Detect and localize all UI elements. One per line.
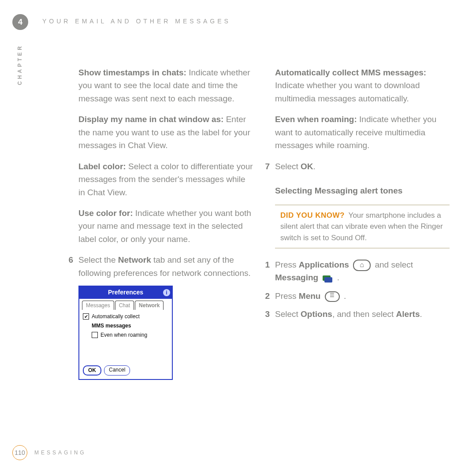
preferences-title: Preferences xyxy=(108,289,143,296)
preferences-titlebar: Preferences i xyxy=(79,286,172,299)
preferences-screenshot: Preferences i Messages Chat Network Auto… xyxy=(78,286,173,380)
step-6: 6 Select the Network tab and set any of … xyxy=(61,253,253,279)
definition-item: Even when roaming: Indicate whether you … xyxy=(275,113,450,152)
definition-body: Indicate whether you want to download mu… xyxy=(275,81,420,103)
page-number: 110 xyxy=(12,445,27,460)
definition-item: Display my name in chat window as: Enter… xyxy=(78,113,253,152)
step-body: Select the Network tab and set any of th… xyxy=(78,253,253,279)
definition-term: Even when roaming: xyxy=(275,115,357,124)
step-3: 3 Select Options, and then select Alerts… xyxy=(262,308,450,320)
left-column: Show timestamps in chats: Indicate wheth… xyxy=(78,66,253,436)
tab-messages[interactable]: Messages xyxy=(82,301,114,310)
step-2: 2 Press Menu . xyxy=(262,290,450,302)
definition-term: Show timestamps in chats: xyxy=(78,68,186,77)
definition-term: Automatically collect MMS messages: xyxy=(275,68,426,77)
step-1: 1 Press Applications and select Messagin… xyxy=(262,258,450,284)
step-7: 7 Select OK. xyxy=(262,160,450,173)
step-body: Select OK. xyxy=(275,160,316,173)
preferences-footer: OK Cancel xyxy=(79,363,172,379)
step-number: 3 xyxy=(262,308,270,320)
option-auto-collect[interactable]: Automatically collect xyxy=(83,312,168,321)
definition-term: Label color: xyxy=(78,162,126,171)
messaging-app-icon xyxy=(322,274,333,283)
svg-rect-1 xyxy=(324,277,332,283)
page-footer: 110 MESSAGING xyxy=(12,445,86,460)
step-body: Press Applications and select Messaging … xyxy=(275,258,450,284)
definition-term: Display my name in chat window as: xyxy=(78,115,223,124)
did-you-know-box: DID YOU KNOW? Your smartphone includes a… xyxy=(275,205,450,249)
chapter-number-badge: 4 xyxy=(12,14,28,30)
option-auto-collect-sub: MMS messages xyxy=(92,322,168,330)
option-label: Even when roaming xyxy=(100,331,147,339)
step-number: 2 xyxy=(262,290,270,302)
ok-button[interactable]: OK xyxy=(83,365,101,376)
preferences-tabs: Messages Chat Network xyxy=(79,299,172,310)
definition-item: Automatically collect MMS messages: Indi… xyxy=(275,66,450,105)
preferences-body: Automatically collect MMS messages Even … xyxy=(79,310,172,363)
footer-section-label: MESSAGING xyxy=(34,450,86,456)
checkbox-checked-icon[interactable] xyxy=(83,313,89,320)
definition-item: Show timestamps in chats: Indicate wheth… xyxy=(78,66,253,105)
right-column: Automatically collect MMS messages: Indi… xyxy=(275,66,450,436)
running-head: YOUR EMAIL AND OTHER MESSAGES xyxy=(42,18,231,25)
subheading: Selecting Messaging alert tones xyxy=(275,184,450,197)
info-icon[interactable]: i xyxy=(163,289,170,296)
definition-item: Label color: Select a color to different… xyxy=(78,160,253,199)
applications-home-icon xyxy=(353,260,371,271)
tab-chat[interactable]: Chat xyxy=(115,301,134,310)
checkbox-unchecked-icon[interactable] xyxy=(92,332,98,338)
cancel-button[interactable]: Cancel xyxy=(104,365,130,376)
definition-item: Use color for: Indicate whether you want… xyxy=(78,207,253,245)
step-number: 1 xyxy=(262,258,270,284)
menu-key-icon xyxy=(325,291,340,302)
step-body: Select Options, and then select Alerts. xyxy=(275,308,422,320)
step-number: 7 xyxy=(262,160,270,173)
body-columns: Show timestamps in chats: Indicate wheth… xyxy=(78,66,450,436)
step-number: 6 xyxy=(61,253,73,279)
tab-network[interactable]: Network xyxy=(135,301,164,310)
option-even-roaming[interactable]: Even when roaming xyxy=(92,331,168,339)
step-body: Press Menu . xyxy=(275,290,346,302)
side-chapter-label: CHAPTER xyxy=(17,44,23,85)
tip-lead: DID YOU KNOW xyxy=(280,211,340,219)
definition-term: Use color for: xyxy=(78,208,133,218)
manual-page: 4 YOUR EMAIL AND OTHER MESSAGES CHAPTER … xyxy=(0,0,476,476)
tip-question-mark: ? xyxy=(340,211,344,219)
option-label: Automatically collect xyxy=(92,312,140,321)
